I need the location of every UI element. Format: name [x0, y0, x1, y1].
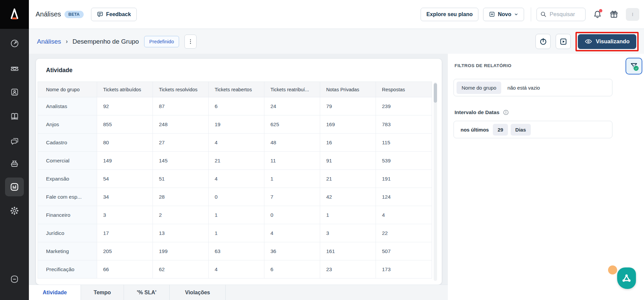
tab-violacoes[interactable]: Violações — [170, 285, 226, 300]
column-header: Tickets atribuídos — [97, 82, 153, 97]
value-cell: 625 — [264, 115, 320, 134]
more-options-button[interactable] — [184, 35, 197, 49]
user-avatar[interactable]: I — [626, 8, 639, 21]
sidebar-item-conversations[interactable] — [0, 135, 29, 147]
header-divider — [531, 7, 531, 21]
date-value-chip[interactable]: 29 — [493, 124, 508, 136]
group-name-cell: Fale com esp... — [38, 188, 97, 206]
table-scrollbar[interactable] — [434, 82, 437, 281]
value-cell: 1 — [209, 206, 264, 224]
table-row: Precificação66624623173 — [38, 260, 432, 279]
presentation-button[interactable] — [556, 34, 571, 49]
column-header: Nome do grupo — [38, 82, 97, 97]
value-cell: 28 — [153, 188, 209, 206]
sidebar-item-analytics[interactable] — [5, 178, 24, 196]
value-cell: 63 — [209, 242, 264, 260]
value-cell: 21 — [209, 152, 264, 170]
report-tabs: Atividade Tempo '% SLA' Violações — [29, 285, 448, 300]
chat-notification-dot — [608, 265, 617, 274]
freshworks-logo[interactable] — [0, 0, 29, 29]
sidebar-item-dashboard[interactable] — [0, 37, 29, 49]
value-cell: 16 — [320, 134, 376, 152]
table-row: Cadastro802744816115 — [38, 134, 432, 152]
group-name-cell: Comercial — [38, 152, 97, 170]
value-cell: 199 — [153, 242, 209, 260]
date-filter-row[interactable]: nos últimos 29 Dias — [454, 121, 612, 138]
activity-table: Nome do grupo Tickets atribuídos Tickets… — [38, 82, 432, 279]
play-icon — [559, 38, 567, 46]
app-root: Análises BETA Feedback Explore seu plano… — [0, 0, 644, 300]
group-filter-row[interactable]: Nome do grupo não está vazio — [454, 79, 612, 96]
value-cell: 173 — [376, 260, 432, 279]
feedback-button[interactable]: Feedback — [91, 8, 137, 21]
table-row: Analistas928762479239 — [38, 97, 432, 115]
sidebar-item-bot[interactable] — [0, 158, 29, 170]
value-cell: 79 — [320, 97, 376, 115]
chat-icon — [10, 137, 19, 146]
tab-sla[interactable]: '% SLA' — [124, 285, 170, 300]
filter-condition: não está vazio — [507, 85, 540, 91]
value-cell: 539 — [376, 152, 432, 170]
app-switcher-icon — [10, 274, 19, 284]
logo-icon — [6, 6, 23, 23]
breadcrumb-bar: Análises › Desempenho de Grupo Predefini… — [29, 29, 644, 54]
book-icon — [10, 112, 19, 121]
column-header: Notas Privadas — [320, 82, 376, 97]
sidebar-item-app-switcher[interactable] — [0, 273, 29, 285]
annotation-highlight: Visualizando — [575, 32, 639, 51]
sidebar — [0, 0, 29, 300]
info-icon[interactable] — [503, 109, 509, 115]
value-cell: 1 — [264, 170, 320, 188]
new-button-label: Novo — [498, 11, 511, 17]
bot-icon — [10, 159, 19, 169]
tab-atividade[interactable]: Atividade — [29, 285, 81, 300]
report-card: Atividade Nome do grupo Tickets atribuíd… — [36, 59, 442, 285]
export-button[interactable] — [535, 34, 551, 49]
sidebar-item-tickets[interactable] — [0, 62, 29, 74]
scrollbar-thumb[interactable] — [434, 83, 437, 103]
gift-icon — [609, 10, 618, 19]
freshworks-chat-icon — [621, 272, 632, 284]
value-cell: 27 — [153, 134, 209, 152]
breadcrumb-root-link[interactable]: Análises — [37, 38, 61, 45]
chat-widget-button[interactable] — [617, 267, 636, 289]
explore-plan-button[interactable]: Explore seu plano — [421, 8, 478, 21]
viewing-label: Visualizando — [596, 38, 630, 45]
filter-applied-badge — [633, 65, 639, 71]
table-row: Jurídico171314322 — [38, 224, 432, 242]
value-cell: 7 — [264, 188, 320, 206]
gift-button[interactable] — [609, 10, 618, 19]
value-cell: 6 — [264, 260, 320, 279]
sidebar-item-knowledge-base[interactable] — [0, 110, 29, 122]
value-cell: 239 — [376, 97, 432, 115]
value-cell: 24 — [264, 97, 320, 115]
top-header: Análises BETA Feedback Explore seu plano… — [29, 0, 644, 29]
kebab-menu-icon — [187, 38, 194, 45]
table-row: Fale com esp...34280742124 — [38, 188, 432, 206]
sidebar-item-settings[interactable] — [0, 205, 29, 217]
viewing-button[interactable]: Visualizando — [578, 34, 636, 49]
group-name-cell: Anjos — [38, 115, 97, 134]
group-name-cell: Cadastro — [38, 134, 97, 152]
eye-icon — [585, 38, 592, 45]
date-unit-chip[interactable]: Dias — [511, 124, 531, 136]
sidebar-item-contacts[interactable] — [0, 86, 29, 98]
filter-field-chip[interactable]: Nome do grupo — [457, 82, 501, 94]
plus-square-icon — [489, 11, 495, 17]
breadcrumb: Análises › Desempenho de Grupo Predefini… — [37, 35, 197, 49]
value-cell: 66 — [97, 260, 153, 279]
value-cell: 1 — [209, 224, 264, 242]
notifications-button[interactable] — [593, 10, 602, 19]
value-cell: 91 — [320, 152, 376, 170]
new-button[interactable]: Novo — [483, 8, 524, 21]
tab-tempo[interactable]: Tempo — [81, 285, 124, 300]
value-cell: 23 — [320, 260, 376, 279]
value-cell: 3 — [320, 224, 376, 242]
filters-toggle-button[interactable] — [626, 58, 642, 74]
value-cell: 34 — [97, 188, 153, 206]
value-cell: 36 — [264, 242, 320, 260]
value-cell: 62 — [153, 260, 209, 279]
value-cell: 22 — [376, 224, 432, 242]
search-icon — [540, 11, 547, 18]
contacts-icon — [10, 88, 19, 97]
